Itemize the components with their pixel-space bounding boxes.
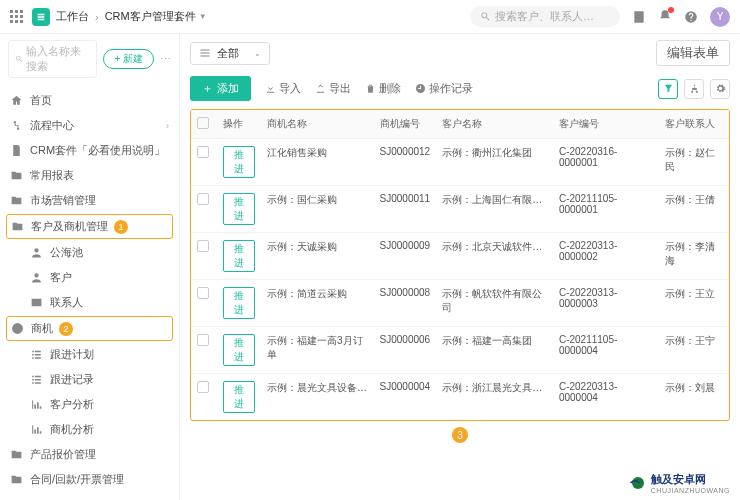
sidebar-item-label: 商机分析 [50, 422, 94, 437]
sidebar-search-input[interactable]: 输入名称来搜索 [8, 40, 97, 78]
sidebar-item-label: 商机 [31, 321, 53, 336]
row-checkbox[interactable] [197, 381, 209, 393]
breadcrumb-suite[interactable]: CRM客户管理套件▼ [105, 9, 207, 24]
sidebar-item-label: 公海池 [50, 245, 83, 260]
cell-name: 江化销售采购 [261, 139, 374, 186]
cell-customer: 示例：浙江晨光文具… [436, 374, 553, 421]
table-row[interactable]: 推进 示例：简道云采购 SJ0000008 示例：帆软软件有限公司 C-2022… [191, 280, 729, 327]
sidebar-item[interactable]: 客户 [0, 265, 179, 290]
delete-button[interactable]: 删除 [365, 81, 401, 96]
sidebar-item[interactable]: 产品报价管理 [0, 442, 179, 467]
notification-icon[interactable] [658, 9, 672, 25]
sidebar-item[interactable]: 联系人 [0, 290, 179, 315]
sidebar-item[interactable]: 首页 [0, 88, 179, 113]
home-icon [10, 94, 23, 107]
sidebar-item[interactable]: 商机分析 [0, 417, 179, 442]
user-avatar[interactable]: Y [710, 7, 730, 27]
table-row[interactable]: 推进 示例：天诚采购 SJ0000009 示例：北京天诚软件… C-202203… [191, 233, 729, 280]
table-row[interactable]: 推进 示例：福建一高3月订单 SJ0000006 示例：福建一高集团 C-202… [191, 327, 729, 374]
cell-customer-code: C-20211105-0000001 [553, 186, 659, 233]
column-header[interactable]: 商机名称 [261, 110, 374, 139]
new-button[interactable]: + 新建 [103, 49, 154, 69]
cell-name: 示例：简道云采购 [261, 280, 374, 327]
apps-grid-icon[interactable] [10, 10, 24, 24]
chevron-right-icon: › [166, 121, 169, 131]
cell-code: SJ0000011 [374, 186, 437, 233]
cell-code: SJ0000008 [374, 280, 437, 327]
row-checkbox[interactable] [197, 334, 209, 346]
sidebar-item[interactable]: 商机2 [6, 316, 173, 341]
cell-contact: 示例：王倩 [659, 186, 729, 233]
book-icon[interactable] [632, 10, 646, 24]
export-button[interactable]: 导出 [315, 81, 351, 96]
progress-button[interactable]: 推进 [223, 146, 255, 178]
cell-contact: 示例：李清海 [659, 233, 729, 280]
pager: 3 [180, 421, 740, 449]
table-row[interactable]: 推进 示例：晨光文具设备… SJ0000004 示例：浙江晨光文具… C-202… [191, 374, 729, 421]
main-content: 全部 ⌄ 编辑表单 ＋ 添加 导入 导出 删除 操作记录 操作商机名称商机编号客… [180, 34, 740, 500]
sidebar-item[interactable]: 流程中心› [0, 113, 179, 138]
cell-name: 示例：国仁采购 [261, 186, 374, 233]
sidebar-item-label: 跟进记录 [50, 372, 94, 387]
sidebar-item[interactable]: 客户及商机管理1 [6, 214, 173, 239]
column-header[interactable]: 操作 [217, 110, 261, 139]
cell-code: SJ0000006 [374, 327, 437, 374]
target-icon [11, 322, 24, 335]
sidebar-item[interactable]: 市场营销管理 [0, 188, 179, 213]
sidebar-item[interactable]: CRM套件「必看使用说明」 [0, 138, 179, 163]
row-checkbox[interactable] [197, 193, 209, 205]
list-icon [30, 373, 43, 386]
import-button[interactable]: 导入 [265, 81, 301, 96]
sidebar: 输入名称来搜索 + 新建 ⋯ 首页流程中心›CRM套件「必看使用说明」常用报表市… [0, 34, 180, 500]
global-search-input[interactable]: 搜索客户、联系人… [470, 6, 620, 27]
sidebar-item[interactable]: 客户分析 [0, 392, 179, 417]
more-icon[interactable]: ⋯ [160, 53, 171, 66]
cell-name: 示例：晨光文具设备… [261, 374, 374, 421]
sidebar-item-label: 首页 [30, 93, 52, 108]
filter-icon[interactable] [658, 79, 678, 99]
flow-icon [10, 119, 23, 132]
sidebar-item-label: 产品报价管理 [30, 447, 96, 462]
sidebar-item[interactable]: 公海池 [0, 240, 179, 265]
diagram-icon[interactable] [684, 79, 704, 99]
sidebar-item[interactable]: 跟进记录 [0, 367, 179, 392]
column-header[interactable]: 客户名称 [436, 110, 553, 139]
edit-form-button[interactable]: 编辑表单 [656, 40, 730, 66]
cell-contact: 示例：王宁 [659, 327, 729, 374]
caret-down-icon: ⌄ [254, 49, 261, 58]
people-icon [30, 246, 43, 259]
column-header[interactable]: 商机编号 [374, 110, 437, 139]
sidebar-item[interactable]: 跟进计划 [0, 342, 179, 367]
progress-button[interactable]: 推进 [223, 240, 255, 272]
progress-button[interactable]: 推进 [223, 381, 255, 413]
progress-button[interactable]: 推进 [223, 287, 255, 319]
row-checkbox[interactable] [197, 146, 209, 158]
cell-customer-code: C-20220313-0000002 [553, 233, 659, 280]
add-button[interactable]: ＋ 添加 [190, 76, 251, 101]
list-icon [30, 348, 43, 361]
row-checkbox[interactable] [197, 240, 209, 252]
sidebar-item-label: 合同/回款/开票管理 [30, 472, 124, 487]
caret-down-icon: ▼ [199, 12, 207, 21]
table-row[interactable]: 推进 示例：国仁采购 SJ0000011 示例：上海国仁有限… C-202111… [191, 186, 729, 233]
progress-button[interactable]: 推进 [223, 193, 255, 225]
column-header[interactable]: 客户编号 [553, 110, 659, 139]
search-icon [480, 11, 491, 22]
progress-button[interactable]: 推进 [223, 334, 255, 366]
cell-code: SJ0000012 [374, 139, 437, 186]
column-header[interactable]: 客户联系人 [659, 110, 729, 139]
select-all-checkbox[interactable] [197, 117, 209, 129]
breadcrumb-workspace[interactable]: 工作台 [56, 9, 89, 24]
table-row[interactable]: 推进 江化销售采购 SJ0000012 示例：衢州江化集团 C-20220316… [191, 139, 729, 186]
sidebar-item[interactable]: 合同/回款/开票管理 [0, 467, 179, 492]
sidebar-item[interactable]: 常用报表 [0, 163, 179, 188]
sidebar-item-label: 联系人 [50, 295, 83, 310]
cell-customer: 示例：帆软软件有限公司 [436, 280, 553, 327]
chart-icon [30, 398, 43, 411]
view-selector[interactable]: 全部 ⌄ [190, 42, 270, 65]
settings-icon[interactable] [710, 79, 730, 99]
doc-icon [10, 144, 23, 157]
log-button[interactable]: 操作记录 [415, 81, 473, 96]
row-checkbox[interactable] [197, 287, 209, 299]
help-icon[interactable] [684, 10, 698, 24]
